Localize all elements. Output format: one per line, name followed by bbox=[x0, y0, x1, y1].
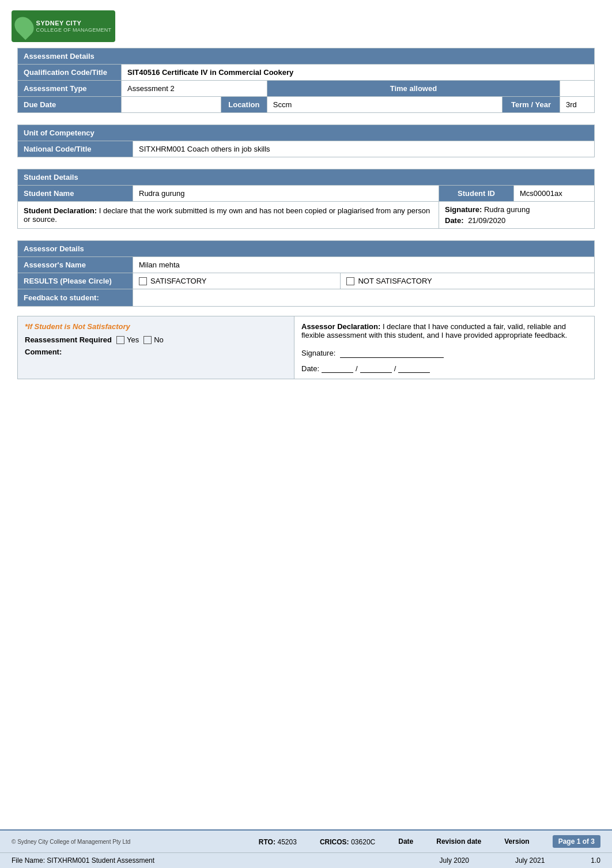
assessor-signature-row: Signature: bbox=[301, 349, 587, 358]
unit-section-header: Unit of Competency bbox=[18, 125, 595, 141]
date-value: 21/09/2020 bbox=[468, 216, 505, 225]
national-code-label: National Code/Title bbox=[18, 141, 133, 157]
rto-value: 45203 bbox=[278, 838, 297, 846]
feedback-row: Feedback to student: bbox=[18, 289, 595, 307]
due-date-value bbox=[122, 97, 221, 113]
assessor-name-row: Assessor's Name Milan mehta bbox=[18, 257, 595, 273]
assessor-name-label: Assessor's Name bbox=[18, 257, 133, 273]
comment-label: Comment: bbox=[25, 348, 62, 356]
footer-date-col-label: Date bbox=[398, 837, 413, 846]
footer-copyright: © Sydney City College of Management Pty … bbox=[12, 839, 236, 845]
no-label: No bbox=[154, 335, 164, 344]
assessor-section-header: Assessor Details bbox=[18, 241, 595, 257]
assessment-type-row: Assessment Type Assessment 2 Time allowe… bbox=[18, 81, 595, 97]
qualification-value: SIT40516 Certificate IV in Commercial Co… bbox=[122, 65, 595, 81]
qualification-row: Qualification Code/Title SIT40516 Certif… bbox=[18, 65, 595, 81]
term-year-value: 3rd bbox=[560, 97, 595, 113]
footer-top: © Sydney City College of Management Pty … bbox=[0, 831, 612, 853]
not-satisfactory-checkbox[interactable] bbox=[346, 277, 354, 285]
date-seg-3 bbox=[398, 364, 430, 373]
cricos-label: CRICOS: bbox=[320, 838, 349, 846]
due-date-row: Due Date Location Sccm Term / Year 3rd bbox=[18, 97, 595, 113]
student-name-label: Student Name bbox=[18, 186, 133, 202]
assessment-type-value: Assessment 2 bbox=[122, 81, 267, 97]
date-label: Date: bbox=[445, 216, 464, 225]
cricos-value: 03620C bbox=[351, 838, 375, 846]
footer-version-label: Version bbox=[504, 837, 529, 846]
page-number: Page 1 of 3 bbox=[553, 835, 600, 848]
assessor-details-section: Assessor Details Assessor's Name Milan m… bbox=[17, 240, 595, 307]
satisfactory-label: SATISFACTORY bbox=[150, 277, 207, 285]
assessor-date-row: Date: / / bbox=[301, 364, 587, 373]
footer: © Sydney City College of Management Pty … bbox=[0, 829, 612, 868]
assessment-section-header: Assessment Details bbox=[18, 48, 595, 65]
student-date-line: Date: 21/09/2020 bbox=[445, 216, 588, 225]
footer-dates-row: July 2020 July 2021 1.0 bbox=[440, 856, 600, 865]
assessment-details-table: Assessment Details Qualification Code/Ti… bbox=[17, 48, 595, 113]
unit-of-competency-section: Unit of Competency National Code/Title S… bbox=[17, 124, 595, 157]
footer-cricos: CRICOS: 03620C bbox=[320, 837, 375, 846]
results-row: RESULTS (Please Circle) SATISFACTORY NOT… bbox=[18, 273, 595, 289]
not-satisfactory-label: NOT SATISFACTORY bbox=[358, 277, 432, 285]
feedback-value bbox=[133, 289, 595, 307]
rto-label: RTO: bbox=[259, 838, 275, 846]
assessor-date-label: Date: bbox=[301, 364, 319, 373]
term-year-label: Term / Year bbox=[503, 97, 560, 113]
footer-revision-label: Revision date bbox=[436, 837, 481, 846]
assessor-declaration-right: Assessor Declaration: I declare that I h… bbox=[294, 316, 594, 379]
location-value: Sccm bbox=[267, 97, 502, 113]
declaration-row: Student Declaration: I declare that the … bbox=[18, 202, 595, 229]
student-name-row: Student Name Rudra gurung Student ID Mcs… bbox=[18, 186, 595, 202]
logo: SYDNEY CITY COLLEGE OF MANAGEMENT bbox=[12, 10, 115, 42]
student-id-label: Student ID bbox=[439, 186, 514, 202]
logo-text-bottom: COLLEGE OF MANAGEMENT bbox=[36, 27, 112, 33]
assessor-sig-label: Signature: bbox=[301, 349, 335, 357]
footer-date-value: July 2020 bbox=[440, 856, 469, 865]
national-code-value: SITXHRM001 Coach others in job skills bbox=[133, 141, 595, 157]
assessment-type-label: Assessment Type bbox=[18, 81, 122, 97]
location-label: Location bbox=[221, 97, 267, 113]
reassessment-required-row: Reassessment Required Yes No bbox=[25, 335, 287, 344]
bottom-section: *If Student is Not Satisfactory Reassess… bbox=[17, 316, 595, 379]
no-checkbox[interactable] bbox=[143, 336, 152, 344]
date-seg-1 bbox=[322, 364, 353, 373]
logo-leaf-icon bbox=[12, 13, 37, 40]
sig-value: Rudra gurung bbox=[484, 205, 530, 214]
assessment-section-header-row: Assessment Details bbox=[18, 48, 595, 65]
reassessment-left: *If Student is Not Satisfactory Reassess… bbox=[18, 316, 294, 379]
unit-header-row: Unit of Competency bbox=[18, 125, 595, 141]
due-date-label: Due Date bbox=[18, 97, 122, 113]
date-seg-2 bbox=[360, 364, 392, 373]
yes-checkbox[interactable] bbox=[116, 336, 124, 344]
assessor-table: Assessor Details Assessor's Name Milan m… bbox=[17, 240, 595, 307]
header: SYDNEY CITY COLLEGE OF MANAGEMENT bbox=[0, 0, 612, 48]
main-content: Assessment Details Qualification Code/Ti… bbox=[0, 48, 612, 379]
assessor-section-header-row: Assessor Details bbox=[18, 241, 595, 257]
logo-text-top: SYDNEY CITY bbox=[36, 20, 112, 27]
footer-rto: RTO: 45203 bbox=[259, 837, 297, 846]
student-details-section: Student Details Student Name Rudra gurun… bbox=[17, 169, 595, 229]
satisfactory-checkbox[interactable] bbox=[139, 277, 147, 285]
student-section-header: Student Details bbox=[18, 169, 595, 186]
student-id-value: Mcs00001ax bbox=[514, 186, 595, 202]
yes-option: Yes bbox=[116, 335, 139, 344]
sig-label: Signature: bbox=[445, 205, 482, 214]
assessor-sig-block: Signature: Date: / / bbox=[301, 349, 587, 373]
satisfactory-cell: SATISFACTORY bbox=[133, 273, 341, 289]
not-satisfactory-cell: NOT SATISFACTORY bbox=[341, 273, 595, 289]
student-signature-block: Signature: Rudra gurung Date: 21/09/2020 bbox=[439, 202, 595, 229]
student-name-value: Rudra gurung bbox=[133, 186, 439, 202]
student-section-header-row: Student Details bbox=[18, 169, 595, 186]
assessor-sig-line bbox=[340, 349, 444, 358]
time-allowed-value bbox=[560, 81, 595, 97]
assessor-declaration-bold: Assessor Declaration: bbox=[301, 322, 380, 331]
footer-filename: File Name: SITXHRM001 Student Assessment bbox=[12, 856, 154, 865]
student-declaration: Student Declaration: I declare that the … bbox=[18, 202, 439, 229]
reassessment-title: *If Student is Not Satisfactory bbox=[25, 322, 287, 331]
student-signature-line: Signature: Rudra gurung bbox=[445, 205, 588, 214]
footer-revision-date-value: July 2021 bbox=[515, 856, 545, 865]
time-allowed-label: Time allowed bbox=[267, 81, 560, 97]
assessment-details-section: Assessment Details Qualification Code/Ti… bbox=[17, 48, 595, 113]
declaration-label: Student Declaration: bbox=[24, 206, 97, 215]
unit-table: Unit of Competency National Code/Title S… bbox=[17, 124, 595, 157]
